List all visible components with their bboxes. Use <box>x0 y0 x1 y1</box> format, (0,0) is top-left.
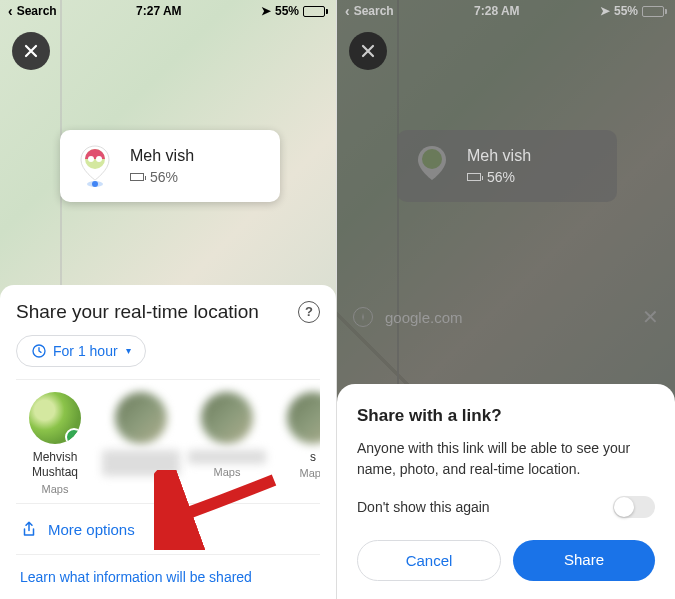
location-pin-icon <box>411 145 453 187</box>
contact-item[interactable]: Mehvish Mushtaq Maps <box>16 392 94 495</box>
compass-icon <box>353 307 373 327</box>
back-caret-icon[interactable]: ‹ <box>8 3 13 19</box>
location-pin-icon <box>74 145 116 187</box>
location-arrow-icon: ➤ <box>261 4 271 18</box>
contact-name: s <box>274 450 320 466</box>
svg-point-3 <box>88 156 94 162</box>
status-back-label[interactable]: Search <box>354 4 394 18</box>
contact-avatar <box>287 392 320 444</box>
contact-item[interactable]: s Maps <box>274 392 320 495</box>
svg-point-1 <box>92 181 98 187</box>
dialog-title: Share with a link? <box>357 406 655 426</box>
status-back-label[interactable]: Search <box>17 4 57 18</box>
location-card[interactable]: Meh vish 56% <box>60 130 280 202</box>
learn-link[interactable]: Learn what information will be shared <box>16 554 320 599</box>
close-button[interactable] <box>349 32 387 70</box>
contact-name <box>188 450 266 464</box>
small-battery-icon <box>467 173 481 181</box>
contact-avatar <box>29 392 81 444</box>
more-options-button[interactable]: More options <box>16 503 320 554</box>
back-caret-icon[interactable]: ‹ <box>345 3 350 19</box>
status-bar: ‹ Search 7:28 AM ➤ 55% <box>337 0 675 22</box>
location-battery: 56% <box>487 169 515 185</box>
cancel-button[interactable]: Cancel <box>357 540 501 581</box>
status-time: 7:28 AM <box>474 4 520 18</box>
dont-show-label: Don't show this again <box>357 499 490 515</box>
dont-show-toggle[interactable] <box>613 496 655 518</box>
dialog-body: Anyone with this link will be able to se… <box>357 438 655 480</box>
screen-left: ‹ Search 7:27 AM ➤ 55% <box>0 0 337 599</box>
contact-avatar <box>115 392 167 444</box>
duration-label: For 1 hour <box>53 343 118 359</box>
share-link-dialog: Share with a link? Anyone with this link… <box>337 384 675 599</box>
screen-right: ‹ Search 7:28 AM ➤ 55% Meh vish 56% <box>337 0 675 599</box>
duration-chip[interactable]: For 1 hour ▾ <box>16 335 146 367</box>
maps-badge-icon <box>61 424 81 444</box>
location-name: Meh vish <box>130 147 266 165</box>
clock-icon <box>31 343 47 359</box>
url-bar: google.com ✕ <box>337 295 675 339</box>
small-battery-icon <box>130 173 144 181</box>
share-icon <box>20 520 38 538</box>
share-button[interactable]: Share <box>513 540 655 581</box>
location-card: Meh vish 56% <box>397 130 617 202</box>
contact-avatar <box>201 392 253 444</box>
contact-name <box>102 450 180 476</box>
location-battery: 56% <box>150 169 178 185</box>
more-options-label: More options <box>48 521 135 538</box>
battery-icon <box>642 6 667 17</box>
url-text: google.com <box>385 309 630 326</box>
close-icon[interactable]: ✕ <box>642 305 659 329</box>
contact-item[interactable] <box>102 392 180 495</box>
svg-point-4 <box>96 156 102 162</box>
contact-sub: Maps <box>16 483 94 495</box>
contact-name: Mehvish Mushtaq <box>16 450 94 481</box>
status-time: 7:27 AM <box>136 4 182 18</box>
status-bar: ‹ Search 7:27 AM ➤ 55% <box>0 0 336 22</box>
contacts-row[interactable]: Mehvish Mushtaq Maps Maps s Maps <box>16 379 320 503</box>
location-arrow-icon: ➤ <box>600 4 610 18</box>
sheet-title: Share your real-time location <box>16 301 259 323</box>
share-sheet: Share your real-time location ? For 1 ho… <box>0 285 336 599</box>
contact-sub: Maps <box>188 466 266 478</box>
chevron-down-icon: ▾ <box>126 345 131 356</box>
contact-item[interactable]: Maps <box>188 392 266 495</box>
svg-point-6 <box>422 149 442 169</box>
battery-icon <box>303 6 328 17</box>
battery-percent: 55% <box>275 4 299 18</box>
help-icon[interactable]: ? <box>298 301 320 323</box>
location-name: Meh vish <box>467 147 603 165</box>
battery-percent: 55% <box>614 4 638 18</box>
close-button[interactable] <box>12 32 50 70</box>
contact-sub: Maps <box>274 467 320 479</box>
